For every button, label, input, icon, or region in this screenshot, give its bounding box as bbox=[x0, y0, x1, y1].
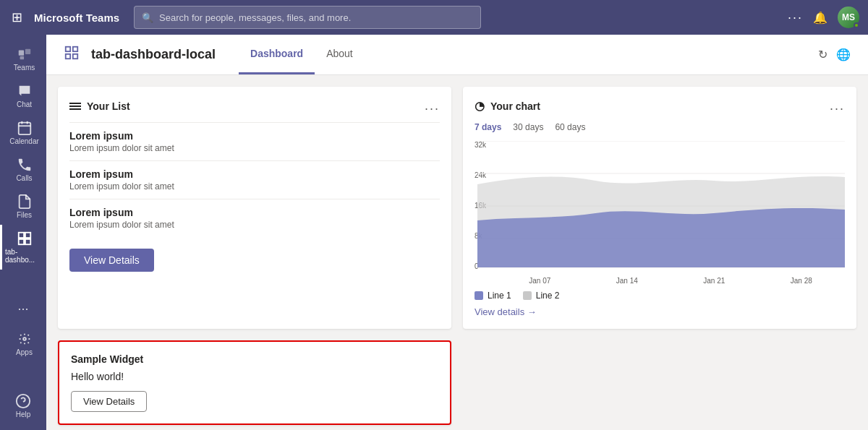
sidebar-item-files-label: Files bbox=[17, 211, 32, 219]
search-icon: 🔍 bbox=[142, 12, 153, 23]
sidebar-item-teams-label: Teams bbox=[14, 64, 35, 72]
page-title: tab-dashboard-local bbox=[91, 47, 216, 62]
sidebar-item-help-label: Help bbox=[16, 410, 31, 418]
svg-rect-10 bbox=[25, 239, 30, 244]
chart-time-tabs: 7 days 30 days 60 days bbox=[475, 122, 845, 132]
chart-tab-30days[interactable]: 30 days bbox=[513, 122, 543, 132]
app-title: Microsoft Teams bbox=[34, 12, 119, 24]
sidebar-item-calls-label: Calls bbox=[16, 174, 32, 182]
sidebar-item-tab-dashboard[interactable]: tab-dashbo... bbox=[0, 225, 46, 270]
chart-card-header: ◔ Your chart ... bbox=[475, 98, 845, 113]
chart-tab-60days[interactable]: 60 days bbox=[555, 122, 585, 132]
list-card-menu[interactable]: ... bbox=[425, 98, 440, 113]
list-icon bbox=[69, 103, 81, 110]
nav-more-icon[interactable]: ··· bbox=[788, 10, 803, 25]
chart-tab-7days[interactable]: 7 days bbox=[475, 122, 501, 132]
chat-icon bbox=[17, 83, 33, 99]
chart-x-labels: Jan 07 Jan 14 Jan 21 Jan 28 bbox=[475, 277, 845, 285]
list-card-header: Your List ... bbox=[69, 98, 440, 113]
svg-rect-8 bbox=[25, 233, 30, 238]
svg-rect-3 bbox=[18, 123, 30, 135]
chart-card: ◔ Your chart ... 7 days 30 days 60 days … bbox=[463, 87, 856, 329]
nav-right: ··· 🔔 MS bbox=[788, 7, 859, 28]
legend-item-1: Line 1 bbox=[475, 291, 511, 301]
widget-title: Sample Widget bbox=[71, 353, 438, 365]
content-area: tab-dashboard-local Dashboard About ↻ 🌐 bbox=[46, 35, 868, 430]
page-header-right: ↻ 🌐 bbox=[818, 48, 851, 61]
list-item-2-subtitle: Lorem ipsum dolor sit amet bbox=[69, 220, 440, 230]
list-item: Lorem ipsum Lorem ipsum dolor sit amet bbox=[69, 160, 440, 199]
svg-rect-16 bbox=[66, 54, 70, 59]
apps-icon bbox=[17, 331, 33, 347]
list-card: Your List ... Lorem ipsum Lorem ipsum do… bbox=[58, 87, 451, 329]
widget-text: Hello world! bbox=[71, 371, 438, 382]
svg-rect-0 bbox=[18, 51, 23, 56]
list-item-2-title: Lorem ipsum bbox=[69, 207, 440, 218]
sidebar-item-chat[interactable]: Chat bbox=[0, 77, 46, 114]
sidebar-item-calendar-label: Calendar bbox=[9, 137, 39, 145]
list-card-title: Your List bbox=[69, 100, 130, 112]
list-item-1-title: Lorem ipsum bbox=[69, 168, 440, 180]
sidebar-item-apps[interactable]: Apps bbox=[0, 325, 46, 362]
sidebar-item-chat-label: Chat bbox=[17, 100, 32, 108]
sidebar-item-help[interactable]: Help bbox=[12, 387, 34, 424]
sidebar-item-tab-dashboard-label: tab-dashbo... bbox=[5, 248, 43, 264]
search-bar[interactable]: 🔍 Search for people, messages, files, an… bbox=[134, 6, 481, 29]
tab-dashboard[interactable]: Dashboard bbox=[239, 35, 315, 74]
svg-rect-17 bbox=[73, 54, 77, 59]
tab-dashboard-icon bbox=[17, 231, 33, 246]
chart-view-details-link[interactable]: View details → bbox=[475, 306, 845, 317]
chart-card-title: ◔ Your chart bbox=[475, 99, 540, 113]
chart-legend: Line 1 Line 2 bbox=[475, 291, 845, 301]
svg-rect-7 bbox=[18, 233, 23, 238]
tabs: Dashboard About bbox=[239, 35, 365, 74]
chart-icon: ◔ bbox=[475, 99, 485, 113]
svg-rect-9 bbox=[18, 239, 23, 244]
list-card-view-details-button[interactable]: View Details bbox=[69, 249, 154, 272]
search-placeholder: Search for people, messages, files, and … bbox=[159, 12, 351, 23]
teams-icon bbox=[17, 46, 33, 62]
svg-rect-15 bbox=[73, 47, 77, 51]
list-item-0-subtitle: Lorem ipsum dolor sit amet bbox=[69, 143, 440, 153]
chart-area bbox=[475, 141, 845, 271]
list-item: Lorem ipsum Lorem ipsum dolor sit amet bbox=[69, 122, 440, 160]
sidebar-item-files[interactable]: Files bbox=[0, 188, 46, 225]
tab-about[interactable]: About bbox=[315, 35, 365, 74]
notification-bell-icon[interactable]: 🔔 bbox=[813, 11, 827, 25]
calendar-icon bbox=[17, 120, 33, 136]
globe-icon[interactable]: 🌐 bbox=[836, 48, 851, 61]
calls-icon bbox=[17, 157, 33, 173]
presence-dot bbox=[854, 22, 859, 28]
sidebar-item-calendar[interactable]: Calendar bbox=[0, 114, 46, 151]
files-icon bbox=[17, 194, 33, 210]
sidebar-more-icon[interactable]: ··· bbox=[12, 296, 34, 322]
top-nav: ⊞ Microsoft Teams 🔍 Search for people, m… bbox=[0, 0, 868, 35]
dashboard-grid-icon bbox=[64, 45, 80, 61]
sidebar-item-teams[interactable]: Teams bbox=[0, 40, 46, 77]
list-item-1-subtitle: Lorem ipsum dolor sit amet bbox=[69, 181, 440, 192]
list-item: Lorem ipsum Lorem ipsum dolor sit amet bbox=[69, 199, 440, 237]
sample-widget: Sample Widget Hello world! View Details bbox=[58, 340, 451, 425]
sidebar-item-apps-label: Apps bbox=[16, 348, 33, 356]
refresh-icon[interactable]: ↻ bbox=[818, 48, 827, 61]
sidebar-item-calls[interactable]: Calls bbox=[0, 151, 46, 188]
svg-rect-1 bbox=[25, 49, 30, 54]
svg-point-11 bbox=[23, 337, 26, 340]
help-icon bbox=[15, 393, 31, 409]
sidebar: Teams Chat Calendar Calls Files tab-dash… bbox=[0, 35, 46, 430]
grid-icon[interactable]: ⊞ bbox=[9, 7, 25, 28]
avatar[interactable]: MS bbox=[838, 7, 859, 28]
list-item-0-title: Lorem ipsum bbox=[69, 130, 440, 142]
legend-dot-1 bbox=[475, 291, 483, 300]
page-icon bbox=[64, 45, 80, 64]
svg-rect-2 bbox=[20, 56, 23, 60]
main-layout: Teams Chat Calendar Calls Files tab-dash… bbox=[0, 35, 868, 430]
dashboard-content: Your List ... Lorem ipsum Lorem ipsum do… bbox=[46, 75, 868, 430]
chart-card-menu[interactable]: ... bbox=[830, 98, 845, 113]
page-header: tab-dashboard-local Dashboard About ↻ 🌐 bbox=[46, 35, 868, 75]
legend-item-2: Line 2 bbox=[523, 291, 560, 301]
widget-view-details-button[interactable]: View Details bbox=[71, 391, 147, 412]
chart-svg bbox=[477, 141, 845, 271]
svg-rect-14 bbox=[66, 47, 70, 51]
legend-dot-2 bbox=[523, 291, 532, 300]
